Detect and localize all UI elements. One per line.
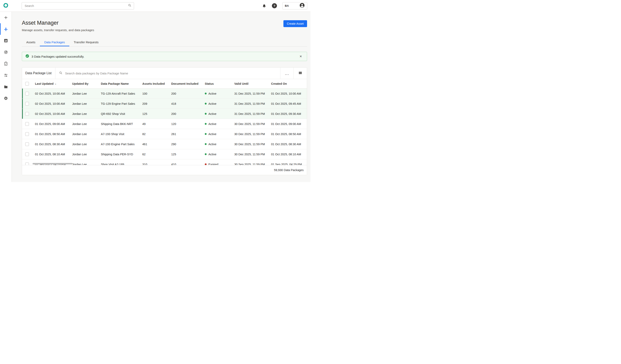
cell-document-included: 410: [168, 159, 202, 165]
cell-updated-by: Jordan Lee: [69, 109, 98, 119]
table-row[interactable]: 01 Oct 2025, 09:00 AMJordan LeeShipping …: [22, 119, 307, 129]
cell-created-on: 01 Oct 2025, 09:45 AM: [268, 99, 307, 109]
sidebar-item-analytics[interactable]: [0, 35, 12, 46]
create-asset-button[interactable]: Create Asset: [283, 20, 307, 27]
status-label: Active: [208, 102, 217, 105]
table-row[interactable]: 01 Oct 2025, 08:50 AMJordan LeeA7-193 Sh…: [22, 129, 307, 139]
cell-assets-included: 100: [139, 88, 168, 99]
cell-valid-until: 31 Dec 2025, 11:59 PM: [231, 99, 268, 109]
table-header-row: Last Updated↓Updated ByData Package Name…: [22, 79, 307, 88]
cell-last-updated: 01 Oct 2025, 08:30 AM: [32, 139, 69, 149]
cell-assets-included: 125: [139, 109, 168, 119]
tab-assets[interactable]: Assets: [22, 38, 40, 46]
clipboard-icon: [4, 61, 8, 66]
card-title: Data Package List: [22, 68, 55, 79]
cell-assets-included: 82: [139, 129, 168, 139]
row-checkbox[interactable]: [25, 132, 29, 136]
row-select-cell: [22, 109, 32, 119]
user-initials: BA: [285, 4, 289, 7]
data-package-list-card: Data Package List ...: [22, 67, 307, 175]
sidebar-item-settings[interactable]: [0, 92, 12, 104]
app-logo[interactable]: [0, 3, 12, 9]
table-row[interactable]: 01 Oct 2025, 08:30 AMJordan LeeA7-193 En…: [22, 139, 307, 149]
airplane-icon: [4, 27, 8, 31]
cell-created-on: 01 Oct 2025, 08:10 AM: [268, 149, 307, 159]
cell-updated-by: Jordan Lee: [69, 88, 98, 99]
more-actions-button[interactable]: ...: [280, 68, 293, 79]
topbar: ? BA: [0, 0, 310, 12]
global-search[interactable]: [22, 2, 134, 10]
global-search-input[interactable]: [24, 4, 128, 8]
status-dot: [205, 123, 207, 125]
row-select-cell: [22, 129, 32, 139]
sidebar-item-tracking[interactable]: [0, 46, 12, 58]
cell-document-included: 200: [168, 109, 202, 119]
table-row[interactable]: 02 Oct 2025, 10:00 AMJordan LeeTG-129 Ai…: [22, 88, 307, 99]
row-select-cell: [22, 149, 32, 159]
column-settings-button[interactable]: [293, 68, 307, 79]
cell-valid-until: 30 Dec 2025, 11:59 PM: [231, 139, 268, 149]
sidebar-item-transfers[interactable]: [0, 69, 12, 81]
notifications-bell-icon[interactable]: [262, 4, 266, 8]
cell-updated-by: Jordan Lee: [69, 119, 98, 129]
column-header-status[interactable]: Status: [202, 79, 231, 88]
card-header: Data Package List ...: [22, 68, 307, 79]
cell-updated-by: Jordan Lee: [69, 139, 98, 149]
status-label: Active: [208, 112, 217, 116]
column-header-valid-until[interactable]: Valid Until: [231, 79, 268, 88]
status-dot: [205, 153, 207, 155]
cell-assets-included: 62: [139, 149, 168, 159]
sidebar-item-files[interactable]: [0, 81, 12, 92]
column-header-created-on[interactable]: Created On: [268, 79, 307, 88]
cell-last-updated: 01 Oct 2025, 08:10 AM: [32, 149, 69, 159]
column-header-last-updated[interactable]: Last Updated↓: [32, 79, 69, 88]
table-row[interactable]: 01 Oct 2025, 08:10 AMJordan LeeShipping …: [22, 149, 307, 159]
cell-last-updated: 02 Oct 2025, 10:00 AM: [32, 109, 69, 119]
row-checkbox[interactable]: [25, 163, 29, 165]
row-checkbox[interactable]: [25, 122, 29, 126]
cell-status: Active: [202, 149, 231, 159]
status-label: Expired: [208, 163, 218, 165]
cell-assets-included: 310: [139, 159, 168, 165]
table-row[interactable]: 02 Oct 2025, 10:00 AMJordan LeeQR-692 Sh…: [22, 109, 307, 119]
app-window: ? BA Asset Manager Manage assets, transf…: [0, 0, 310, 182]
cell-created-on: 01 Oct 2025, 10:00 AM: [268, 88, 307, 99]
cell-package-name: TG-129 Engine Part Sales: [98, 99, 139, 109]
row-checkbox[interactable]: [25, 142, 29, 146]
sidebar-item-tasks[interactable]: [0, 58, 12, 69]
cell-created-on: 01 Oct 2025, 08:30 AM: [268, 139, 307, 149]
cell-document-included: 200: [168, 88, 202, 99]
cell-updated-by: Jordan Lee: [69, 149, 98, 159]
package-search-input[interactable]: [65, 71, 276, 75]
tab-transfer-requests[interactable]: Transfer Requests: [69, 38, 103, 46]
row-checkbox[interactable]: [25, 112, 29, 116]
radar-icon: [4, 50, 8, 54]
table-body: 02 Oct 2025, 10:00 AMJordan LeeTG-129 Ai…: [22, 88, 307, 165]
tab-data-packages[interactable]: Data Packages: [40, 38, 69, 46]
sidebar-item-add[interactable]: [0, 12, 12, 23]
status-dot: [205, 93, 207, 94]
status-label: Active: [208, 153, 217, 156]
banner-close-button[interactable]: ✕: [298, 54, 304, 59]
column-header-assets-included[interactable]: Assets Included: [139, 79, 168, 88]
user-menu[interactable]: BA: [282, 2, 307, 10]
row-checkbox[interactable]: [25, 153, 29, 156]
package-search[interactable]: [55, 68, 280, 79]
horizontal-scrollbar-thumb[interactable]: [33, 163, 72, 164]
help-icon[interactable]: ?: [272, 3, 277, 8]
cell-status: Active: [202, 119, 231, 129]
column-header-updated-by[interactable]: Updated By: [69, 79, 98, 88]
columns-icon: [298, 71, 302, 76]
column-header-document-included[interactable]: Document Included: [168, 79, 202, 88]
select-all-checkbox[interactable]: [25, 82, 29, 86]
row-checkbox[interactable]: [25, 92, 29, 95]
cell-assets-included: 49: [139, 119, 168, 129]
cell-package-name: A7-193 Engine Part Sales: [98, 139, 139, 149]
status-label: Active: [208, 132, 217, 136]
row-checkbox[interactable]: [25, 102, 29, 105]
table-scroll-area[interactable]: 02 Oct 2025, 10:00 AMJordan LeeTG-129 Ai…: [22, 88, 307, 165]
sidebar-item-assets[interactable]: [0, 23, 12, 35]
column-header-data-package-name[interactable]: Data Package Name: [98, 79, 139, 88]
table-row[interactable]: 02 Oct 2025, 10:00 AMJordan LeeTG-129 En…: [22, 99, 307, 109]
sort-descending-icon[interactable]: ↓: [55, 82, 56, 85]
